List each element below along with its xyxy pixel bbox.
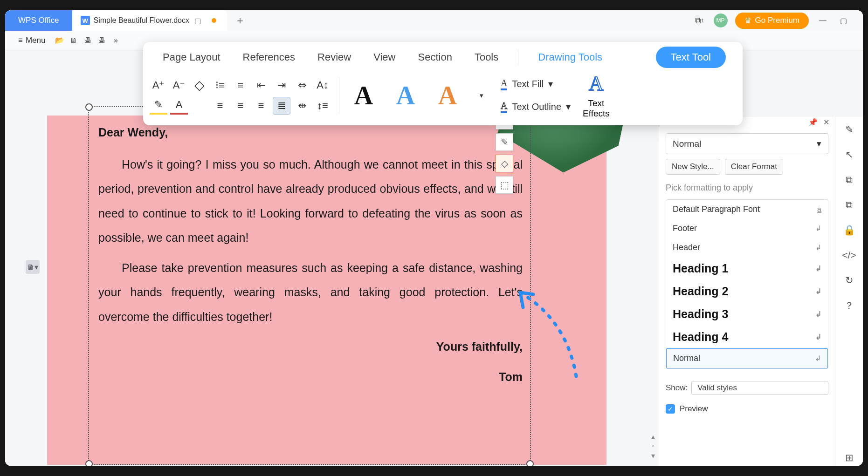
- document-text[interactable]: Dear Wendy, How's it going? I miss you s…: [98, 120, 523, 389]
- line-spacing-icon[interactable]: ↕≡: [314, 97, 331, 115]
- resize-handle-tl[interactable]: [85, 103, 93, 111]
- lock-rail-icon[interactable]: 🔒: [841, 222, 857, 238]
- page-rail-icon[interactable]: ⧉: [841, 172, 857, 188]
- open-icon[interactable]: 📂: [54, 34, 66, 47]
- tab-drawing-tools[interactable]: Drawing Tools: [535, 48, 605, 67]
- numbered-list-icon[interactable]: ≡: [232, 76, 249, 94]
- tab-filename: Simple Beautiful Flower.docx: [94, 16, 189, 25]
- preview-checkbox[interactable]: ✓: [666, 404, 675, 414]
- resize-handle-bl[interactable]: [85, 460, 93, 466]
- text-outline-button[interactable]: A Text Outline ▾: [497, 99, 574, 115]
- window-mode-icon[interactable]: ⧉1: [693, 14, 706, 27]
- code-rail-icon[interactable]: </>: [841, 247, 857, 263]
- more-quickaccess-icon[interactable]: »: [110, 34, 122, 47]
- text-style-preset-3[interactable]: A: [431, 81, 464, 110]
- grow-font-icon[interactable]: A⁺: [150, 76, 167, 94]
- print-icon[interactable]: 🖶: [82, 34, 94, 47]
- print-preview-icon[interactable]: 🖶: [96, 34, 108, 47]
- new-tab-button[interactable]: ＋: [232, 12, 248, 29]
- char-spacing-icon[interactable]: ⇔: [293, 76, 311, 94]
- apps-rail-icon[interactable]: ⊞: [841, 450, 857, 466]
- document-page[interactable]: 🕊 Dear Wendy, How's it going? I miss you…: [47, 116, 606, 465]
- tab-references[interactable]: References: [240, 48, 298, 67]
- divider: [518, 49, 518, 66]
- tab-tools[interactable]: Tools: [472, 48, 501, 67]
- text-style-preset-2[interactable]: A: [389, 81, 422, 110]
- minimize-button[interactable]: —: [816, 14, 829, 27]
- show-label: Show:: [666, 383, 688, 393]
- dropdown-icon: ▾: [548, 78, 553, 89]
- increase-indent-icon[interactable]: ⇥: [273, 76, 290, 94]
- style-heading-2[interactable]: Heading 2↲: [666, 280, 828, 303]
- left-gutter: 🗎▾: [5, 50, 42, 466]
- paragraph-1: How's it going? I miss you so much. Alth…: [98, 152, 523, 250]
- distribute-icon[interactable]: ⇹: [293, 97, 311, 115]
- tab-view[interactable]: View: [371, 48, 398, 67]
- wrap-behind-icon[interactable]: ◇: [496, 155, 513, 172]
- text-effects-icon[interactable]: A: [589, 72, 604, 95]
- history-rail-icon[interactable]: ↻: [841, 272, 857, 288]
- scroll-down-icon[interactable]: ▾: [651, 451, 655, 460]
- show-value-select[interactable]: Valid styles: [691, 381, 828, 395]
- clear-format-button[interactable]: Clear Format: [725, 159, 783, 175]
- align-justify-icon[interactable]: ≣: [273, 97, 290, 115]
- text-direction-icon[interactable]: A↕: [314, 76, 331, 94]
- text-fill-button[interactable]: A Text Fill ▾: [497, 76, 574, 92]
- menu-button[interactable]: ≡Menu: [12, 33, 52, 48]
- text-effects-label[interactable]: Text Effects: [583, 98, 610, 119]
- tab-monitor-icon[interactable]: ▢: [193, 15, 203, 26]
- ribbon-toolbar: Page Layout References Review View Secti…: [143, 42, 743, 125]
- text-tool-pill[interactable]: Text Tool: [656, 47, 726, 68]
- wrap-front-icon[interactable]: ⬚: [496, 176, 513, 194]
- style-heading-1[interactable]: Heading 1↲: [666, 257, 828, 280]
- decrease-indent-icon[interactable]: ⇤: [252, 76, 270, 94]
- highlight-color-icon[interactable]: ✎: [150, 97, 167, 115]
- signoff-2: Tom: [98, 365, 523, 389]
- eraser-icon[interactable]: ◇: [191, 76, 208, 94]
- bullet-list-icon[interactable]: ⁝≡: [211, 76, 229, 94]
- style-normal[interactable]: Normal↲: [666, 348, 828, 368]
- preview-label: Preview: [680, 404, 708, 414]
- style-heading-3[interactable]: Heading 3↲: [666, 303, 828, 326]
- maximize-button[interactable]: ▢: [837, 14, 850, 27]
- style-heading-4[interactable]: Heading 4↲: [666, 326, 828, 348]
- tab-review[interactable]: Review: [315, 48, 354, 67]
- styles-panel: 📌 ✕ Normal ▾ New Style... Clear Format P…: [659, 117, 835, 466]
- style-header[interactable]: Header↲: [666, 238, 828, 257]
- page-nav-icon[interactable]: 🗎▾: [26, 260, 40, 274]
- copy-rail-icon[interactable]: ⧉: [841, 197, 857, 213]
- app-window: WPS Office W Simple Beautiful Flower.doc…: [5, 10, 863, 466]
- tab-section[interactable]: Section: [415, 48, 455, 67]
- scroll-up-icon[interactable]: ▴: [651, 432, 655, 441]
- new-style-button[interactable]: New Style...: [666, 159, 720, 175]
- account-avatar[interactable]: MP: [714, 14, 728, 27]
- document-tab[interactable]: W Simple Beautiful Flower.docx ▢: [72, 10, 227, 31]
- preset-more-icon[interactable]: ▾: [473, 87, 490, 104]
- align-left-icon[interactable]: ≡: [211, 97, 229, 115]
- edit-rail-icon[interactable]: ✎: [841, 122, 857, 137]
- font-color-icon[interactable]: A: [170, 97, 188, 115]
- pin-icon[interactable]: 📌: [808, 118, 818, 127]
- close-panel-icon[interactable]: ✕: [823, 118, 829, 127]
- resize-handle-br[interactable]: [526, 460, 534, 466]
- save-icon[interactable]: 🗎: [68, 34, 80, 47]
- unsaved-indicator-icon: [212, 18, 216, 23]
- shrink-font-icon[interactable]: A⁻: [170, 76, 188, 94]
- text-style-preset-1[interactable]: A: [347, 81, 380, 110]
- right-tool-rail: ✎ ↖ ⧉ ⧉ 🔒 </> ↻ ？ ⊞: [835, 117, 863, 466]
- eyedropper-icon[interactable]: ✎: [496, 133, 513, 151]
- scroll-mark-icon[interactable]: ◦: [652, 442, 654, 450]
- cursor-rail-icon[interactable]: ↖: [841, 147, 857, 163]
- help-rail-icon[interactable]: ？: [841, 298, 857, 313]
- style-footer[interactable]: Footer↲: [666, 219, 828, 238]
- go-premium-button[interactable]: ♛ Go Premium: [735, 13, 809, 29]
- tab-page-layout[interactable]: Page Layout: [160, 48, 223, 67]
- align-right-icon[interactable]: ≡: [252, 97, 270, 115]
- current-style-select[interactable]: Normal ▾: [666, 133, 828, 154]
- text-outline-icon: A: [501, 101, 507, 113]
- dropdown-icon: ▾: [566, 101, 571, 112]
- titlebar: WPS Office W Simple Beautiful Flower.doc…: [5, 10, 863, 31]
- app-badge[interactable]: WPS Office: [5, 10, 72, 31]
- align-center-icon[interactable]: ≡: [232, 97, 249, 115]
- style-default-paragraph-font[interactable]: Default Paragraph Fonta: [666, 200, 828, 219]
